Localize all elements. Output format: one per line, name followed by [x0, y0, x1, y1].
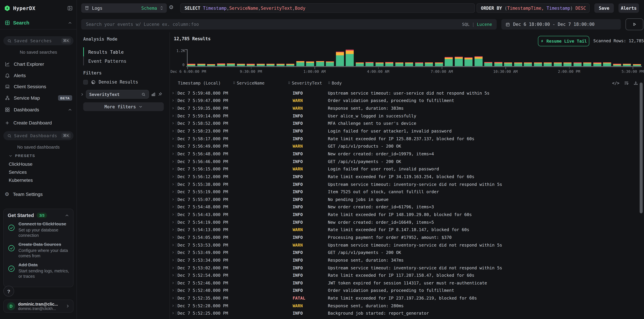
histogram-bar[interactable]: [296, 61, 304, 66]
expand-row-chevron-icon[interactable]: [172, 296, 174, 300]
expand-row-chevron-icon[interactable]: [172, 281, 174, 285]
column-header-severitytext[interactable]: ⠿ SeverityText: [288, 80, 322, 85]
table-row[interactable]: Dec 7 5:56:12.000 PMINFORate limit excee…: [170, 173, 640, 180]
histogram-bar[interactable]: [435, 62, 443, 66]
expand-row-chevron-icon[interactable]: [172, 243, 174, 247]
pin-icon[interactable]: [158, 92, 162, 97]
histogram-bar[interactable]: [554, 62, 562, 66]
histogram-bar[interactable]: [306, 61, 314, 66]
save-button[interactable]: Save: [594, 3, 614, 13]
table-row[interactable]: Dec 7 5:58:52.000 PMINFOMFA challenge se…: [170, 120, 640, 127]
create-dashboard-button[interactable]: Create Dashboard: [0, 118, 77, 127]
preset-services[interactable]: Services: [9, 169, 27, 175]
search-icon[interactable]: [141, 92, 146, 96]
table-row[interactable]: Dec 7 5:54:19.000 PMINFONew order create…: [170, 218, 640, 226]
table-row[interactable]: Dec 7 5:54:43.000 PMINFORate limit excee…: [170, 211, 640, 218]
download-icon[interactable]: [633, 80, 638, 85]
preset-kubernetes[interactable]: Kubernetes: [9, 177, 33, 183]
histogram-bar[interactable]: [445, 57, 453, 66]
histogram-bar[interactable]: [247, 64, 255, 66]
histogram-bar[interactable]: [415, 62, 423, 66]
table-row[interactable]: Dec 7 5:52:40.000 PMINFOOrder validation…: [170, 287, 640, 294]
order-by-input[interactable]: ORDER BY (TimestampTime, Timestamp) DESC: [476, 3, 590, 13]
histogram-bar[interactable]: [197, 64, 205, 66]
view-source-icon[interactable]: </>: [612, 81, 619, 85]
expand-row-chevron-icon[interactable]: [172, 205, 174, 209]
table-row[interactable]: Dec 7 5:56:48.000 PMINFONew order create…: [170, 150, 640, 157]
histogram-bar[interactable]: [375, 62, 384, 66]
histogram-bar[interactable]: [395, 62, 403, 66]
histogram-bar[interactable]: [583, 62, 591, 66]
expand-row-chevron-icon[interactable]: [172, 266, 174, 270]
source-settings-gear-icon[interactable]: ⚙: [169, 5, 174, 10]
drag-handle-icon[interactable]: ⠿: [233, 81, 236, 85]
histogram-bar[interactable]: [425, 62, 433, 66]
expand-row-chevron-icon[interactable]: [172, 91, 174, 95]
chevron-right-icon[interactable]: [80, 92, 84, 96]
table-row[interactable]: Dec 7 5:56:15.000 PMWARNLogin failed for…: [170, 165, 640, 173]
expand-row-chevron-icon[interactable]: [172, 289, 174, 292]
table-row[interactable]: Dec 7 5:53:02.000 PMINFOUpstream service…: [170, 264, 640, 271]
expand-row-chevron-icon[interactable]: [172, 258, 174, 262]
get-started-step-sources[interactable]: Create Data Sources Configure where your…: [8, 242, 69, 259]
sidebar-item-search[interactable]: Search: [0, 16, 77, 29]
column-header-servicename[interactable]: ⠿ ServiceName: [233, 80, 264, 85]
table-row[interactable]: Dec 7 5:55:07.000 PMINFONo pending jobs …: [170, 196, 640, 203]
table-row[interactable]: Dec 7 5:53:53.000 PMWARNUpstream service…: [170, 241, 640, 249]
expand-row-chevron-icon[interactable]: [172, 273, 174, 277]
denoise-results-toggle[interactable]: Denoise Results: [83, 79, 138, 84]
histogram-bar[interactable]: [564, 62, 572, 66]
drag-handle-icon[interactable]: ⠿: [328, 81, 330, 85]
vertical-scrollbar[interactable]: [640, 82, 643, 213]
histogram-bar[interactable]: [187, 64, 195, 66]
table-row[interactable]: Dec 7 5:52:28.000 PMWARNResponse sent, d…: [170, 302, 640, 310]
histogram-bar[interactable]: [514, 62, 522, 66]
histogram-bar[interactable]: [524, 62, 532, 66]
expand-row-chevron-icon[interactable]: [172, 190, 174, 194]
expand-row-chevron-icon[interactable]: [172, 220, 174, 224]
saved-searches-input[interactable]: Saved Searches ⌘K: [3, 36, 74, 45]
histogram-bar[interactable]: [603, 62, 611, 66]
histogram-bar[interactable]: [237, 64, 245, 66]
expand-row-chevron-icon[interactable]: [172, 304, 174, 308]
source-selector[interactable]: Logs Schema: [81, 3, 167, 13]
preset-clickhouse[interactable]: ClickHouse: [9, 161, 32, 167]
table-row[interactable]: Dec 7 5:58:23.000 PMINFOLogin failed for…: [170, 127, 640, 135]
date-range-picker[interactable]: Dec 6 18:00:00 - Dec 7 18:00:00: [501, 19, 621, 29]
expand-row-chevron-icon[interactable]: [172, 114, 174, 118]
histogram-bar[interactable]: [207, 64, 215, 66]
histogram-bar[interactable]: [454, 57, 462, 66]
histogram-bar[interactable]: [326, 61, 334, 66]
table-row[interactable]: Dec 7 5:52:54.000 PMINFORate limit excee…: [170, 272, 640, 279]
chevron-up-icon[interactable]: [65, 213, 69, 218]
histogram-bar[interactable]: [366, 62, 374, 66]
expand-row-chevron-icon[interactable]: [172, 312, 174, 315]
expand-row-chevron-icon[interactable]: [172, 129, 174, 133]
histogram-bar[interactable]: [633, 64, 641, 66]
histogram-bar[interactable]: [346, 50, 354, 66]
get-started-step-add-data[interactable]: Add Data Start sending logs, metrics, or…: [8, 263, 69, 279]
run-query-button[interactable]: [626, 18, 643, 30]
histogram-bar[interactable]: [356, 62, 364, 66]
table-row[interactable]: Dec 7 5:54:05.000 PMINFOProcessing payme…: [170, 234, 640, 241]
expand-row-chevron-icon[interactable]: [172, 137, 174, 140]
histogram-bar[interactable]: [573, 62, 582, 66]
column-header-body[interactable]: ⠿ Body: [328, 80, 342, 85]
table-row[interactable]: Dec 7 5:56:46.000 PMINFOGET /api/v1/paym…: [170, 158, 640, 165]
expand-row-chevron-icon[interactable]: [172, 106, 174, 110]
expand-row-chevron-icon[interactable]: [172, 175, 174, 178]
table-row[interactable]: Dec 7 5:54:13.000 PMWARNRate limit excee…: [170, 226, 640, 234]
histogram-bar[interactable]: [593, 62, 601, 66]
histogram-bar[interactable]: [494, 62, 502, 66]
denoise-checkbox[interactable]: [83, 80, 88, 84]
user-menu[interactable]: D dominic.tran@clic... dominic.tran@clic…: [3, 300, 74, 313]
histogram-bar[interactable]: [276, 64, 284, 66]
expand-row-chevron-icon[interactable]: [172, 159, 174, 163]
table-row[interactable]: Dec 7 5:59:48.000 PMINFOUpstream service…: [170, 89, 640, 97]
table-row[interactable]: Dec 7 5:55:19.000 PMINFOItem 7525 out of…: [170, 188, 640, 196]
wrap-lines-icon[interactable]: [624, 80, 629, 85]
expand-row-chevron-icon[interactable]: [172, 213, 174, 216]
sidebar-item-client-sessions[interactable]: Client Sessions: [0, 82, 77, 91]
histogram-bar[interactable]: [405, 62, 413, 66]
table-row[interactable]: Dec 7 5:55:38.000 PMINFOUpstream service…: [170, 180, 640, 188]
